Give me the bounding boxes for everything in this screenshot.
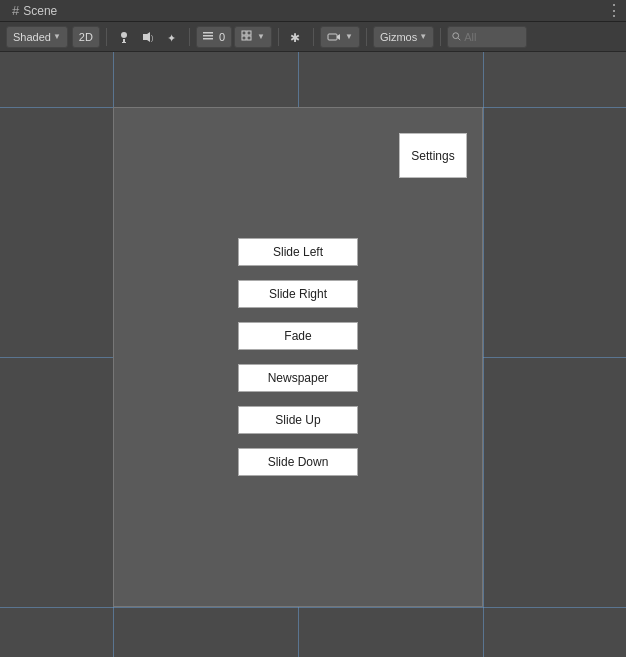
svg-text:✱: ✱ xyxy=(290,31,300,44)
svg-rect-14 xyxy=(328,34,337,40)
gizmos-arrow-icon: ▼ xyxy=(419,32,427,41)
tab-hash-icon: # xyxy=(12,3,19,18)
slide-down-button[interactable]: Slide Down xyxy=(238,448,358,476)
search-input[interactable] xyxy=(464,31,522,43)
tab-label: Scene xyxy=(23,4,57,18)
svg-point-16 xyxy=(453,33,459,39)
toolbar-separator-6 xyxy=(440,28,441,46)
settings-label: Settings xyxy=(411,149,454,163)
svg-rect-2 xyxy=(122,42,126,43)
svg-rect-9 xyxy=(242,31,246,35)
scene-tab[interactable]: # Scene xyxy=(4,0,65,21)
tools-icon-btn[interactable]: ✱ xyxy=(285,26,307,48)
svg-rect-8 xyxy=(203,38,213,40)
audio-icon-btn[interactable]: ) xyxy=(137,26,159,48)
count-button[interactable]: 0 xyxy=(196,26,232,48)
svg-point-0 xyxy=(121,32,127,38)
guide-line-h3 xyxy=(0,607,626,608)
toolbar: Shaded ▼ 2D ) ✦ xyxy=(0,22,626,52)
toolbar-separator-4 xyxy=(313,28,314,46)
slide-up-label: Slide Up xyxy=(275,413,320,427)
svg-rect-10 xyxy=(247,31,251,35)
search-icon xyxy=(452,31,461,42)
toolbar-separator-3 xyxy=(278,28,279,46)
newspaper-button[interactable]: Newspaper xyxy=(238,364,358,392)
svg-rect-12 xyxy=(247,36,251,40)
slide-up-button[interactable]: Slide Up xyxy=(238,406,358,434)
count-label: 0 xyxy=(219,31,225,43)
svg-rect-6 xyxy=(203,32,213,34)
2d-button[interactable]: 2D xyxy=(72,26,100,48)
gizmos-dropdown[interactable]: Gizmos ▼ xyxy=(373,26,434,48)
2d-label: 2D xyxy=(79,31,93,43)
effects-icon-btn[interactable]: ✦ xyxy=(161,26,183,48)
settings-button[interactable]: Settings xyxy=(399,133,467,178)
svg-rect-11 xyxy=(242,36,246,40)
grid-button[interactable]: ▼ xyxy=(234,26,272,48)
toolbar-separator-2 xyxy=(189,28,190,46)
svg-line-17 xyxy=(458,38,460,40)
slide-left-button[interactable]: Slide Left xyxy=(238,238,358,266)
slide-right-label: Slide Right xyxy=(269,287,327,301)
tab-bar: # Scene ⋮ xyxy=(0,0,626,22)
shaded-dropdown[interactable]: Shaded ▼ xyxy=(6,26,68,48)
slide-down-label: Slide Down xyxy=(268,455,329,469)
light-icon-btn[interactable] xyxy=(113,26,135,48)
toolbar-separator-5 xyxy=(366,28,367,46)
scene-area: Settings Slide Left Slide Right Fade New… xyxy=(0,52,626,657)
tab-options-icon[interactable]: ⋮ xyxy=(606,1,622,20)
fade-button[interactable]: Fade xyxy=(238,322,358,350)
transition-buttons-container: Slide Left Slide Right Fade Newspaper Sl… xyxy=(238,238,358,490)
gizmos-label: Gizmos xyxy=(380,31,417,43)
svg-rect-1 xyxy=(123,39,125,42)
toolbar-count-group: 0 ▼ xyxy=(196,26,272,48)
camera-arrow-icon: ▼ xyxy=(345,32,353,41)
shaded-label: Shaded xyxy=(13,31,51,43)
svg-rect-7 xyxy=(203,35,213,37)
toolbar-icons-group: ) ✦ xyxy=(113,26,183,48)
grid-arrow-icon: ▼ xyxy=(257,32,265,41)
canvas-rect: Settings Slide Left Slide Right Fade New… xyxy=(113,107,483,607)
guide-line-v3 xyxy=(483,52,484,657)
slide-left-label: Slide Left xyxy=(273,245,323,259)
toolbar-separator-1 xyxy=(106,28,107,46)
svg-text:): ) xyxy=(151,34,153,42)
slide-right-button[interactable]: Slide Right xyxy=(238,280,358,308)
fade-label: Fade xyxy=(284,329,311,343)
newspaper-label: Newspaper xyxy=(268,371,329,385)
camera-dropdown[interactable]: ▼ xyxy=(320,26,360,48)
shaded-arrow-icon: ▼ xyxy=(53,32,61,41)
svg-text:✦: ✦ xyxy=(167,32,176,44)
svg-marker-3 xyxy=(143,32,150,42)
